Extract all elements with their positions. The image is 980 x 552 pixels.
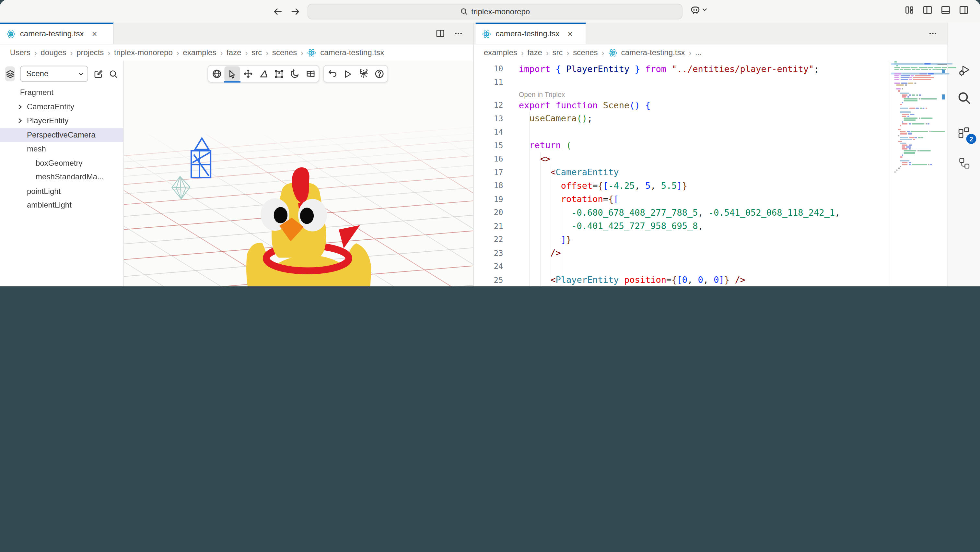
breadcrumb-item[interactable]: faze [527,48,542,57]
code-line[interactable]: 12export function Scene() { [474,98,889,112]
forward-button[interactable] [288,4,302,19]
breadcrumb-item[interactable]: scenes [272,48,297,57]
undo-tool-button[interactable] [325,66,340,81]
search-scene-button[interactable] [108,66,118,81]
tab-camera-testing-left[interactable]: camera-testing.tsx × [0,22,114,44]
minimap-row [892,156,940,157]
breadcrumb-item[interactable]: projects [76,48,104,57]
panel-bottom-icon[interactable] [940,5,950,15]
code-line[interactable]: 18 offset={[-4.25, 5, 5.5]} [474,179,889,192]
breadcrumb-item[interactable]: scenes [573,48,598,57]
editor-tabbar: camera-testing.tsx × [474,22,948,44]
moon-tool-button[interactable] [287,66,302,81]
hierarchy-icon [957,156,971,170]
layers-button[interactable] [5,66,15,81]
breadcrumb-item[interactable]: triplex-monorepo [114,48,173,57]
code-line[interactable]: 22 ]} [474,233,889,246]
grid-icon [305,69,315,79]
tree-item-pointlight[interactable]: pointLight [0,184,123,198]
scene-header: Scene [0,61,123,85]
minimize-window-button[interactable] [19,7,27,15]
edit-scene-button[interactable] [93,66,103,81]
code-line-content: offset={[-4.25, 5, 5.5]} [519,181,687,191]
scene-select[interactable]: Scene [20,65,88,82]
code-line[interactable]: 19 rotation={[ [474,192,889,206]
code-line[interactable]: 13 useCamera(); [474,112,889,125]
breadcrumb-file[interactable]: camera-testing.tsx [320,48,384,57]
tree-item-cameraentity[interactable]: CameraEntity [0,100,123,114]
close-window-button[interactable] [6,7,14,15]
help-tool-button[interactable] [371,66,387,81]
sidebar-right-icon[interactable] [959,5,969,15]
code-line[interactable]: 25 <PlayerEntity position={[0, 0, 0]} /> [474,273,889,286]
breadcrumb[interactable]: examples›faze›src›scenes›camera-testing.… [474,45,948,61]
settings-tool-button[interactable] [355,66,371,81]
codelens-open-in-triplex[interactable]: Open in Triplex [474,89,889,98]
minimap-row [892,108,940,109]
breadcrumb-item[interactable]: src [552,48,563,57]
split-editor-left-icon[interactable] [923,5,933,15]
tree-item-perspectivecamera[interactable]: PerspectiveCamera [0,128,123,142]
cursor-tool-button[interactable] [224,66,240,81]
chevron-right-icon[interactable] [17,104,23,110]
tab-camera-testing-right[interactable]: camera-testing.tsx × [476,22,586,44]
3d-viewport[interactable]: Y X Z [124,61,473,286]
globe-tool-button[interactable] [209,66,224,81]
minimap[interactable] [889,61,947,286]
overview-ruler-mark [942,94,945,99]
search-view-button[interactable] [948,85,980,110]
code-line[interactable]: 23 /> [474,246,889,260]
code-line[interactable]: 15 return ( [474,139,889,152]
play-tool-button[interactable] [340,66,355,81]
search-icon [108,69,118,78]
scene-canvas[interactable]: Y X Z [124,61,473,286]
code-line[interactable]: 11 [474,75,889,89]
code-line[interactable]: 21 -0.401_425_727_958_695_8, [474,219,889,233]
breadcrumb-item[interactable]: examples [484,48,517,57]
hierarchy-view-button[interactable] [948,151,980,176]
code-line[interactable]: 14 [474,125,889,139]
rotate-tool-button[interactable] [256,66,271,81]
tree-item-ambientlight[interactable]: ambientLight [0,198,123,212]
search-input[interactable]: triplex-monorepo [307,4,682,19]
zoom-window-button[interactable] [31,7,39,15]
line-number: 10 [474,64,503,73]
minimap-row [892,69,940,70]
tree-item-boxgeometry[interactable]: boxGeometry [0,156,123,170]
breadcrumb-item[interactable]: douges [40,48,66,57]
breadcrumb-item[interactable]: src [251,48,262,57]
extensions-button[interactable]: 2 [948,120,980,145]
customize-layout-icon[interactable] [905,5,915,15]
move-tool-button[interactable] [240,66,256,81]
run-and-debug-button[interactable] [948,57,980,82]
code-line[interactable]: 24 [474,260,889,273]
code-line[interactable]: 10import { PlayerEntity } from "../entit… [474,62,889,75]
code-line[interactable]: 16 <> [474,152,889,165]
back-button[interactable] [270,4,285,19]
tree-item-fragment[interactable]: Fragment [0,86,123,100]
breadcrumb[interactable]: Users›douges›projects›triplex-monorepo›e… [0,45,473,61]
breadcrumb-symbol[interactable]: ... [695,48,702,57]
code-line[interactable]: 17 <CameraEntity [474,165,889,179]
react-icon [307,48,317,57]
split-editor-icon[interactable] [436,29,445,38]
chevron-right-icon[interactable] [17,118,23,124]
grid-tool-button[interactable] [302,66,318,81]
breadcrumb-separator-icon: › [108,48,110,57]
tree-item-playerentity[interactable]: PlayerEntity [0,114,123,128]
breadcrumb-item[interactable]: Users [10,48,30,57]
more-actions-icon[interactable] [454,29,463,38]
code-area[interactable]: 10import { PlayerEntity } from "../entit… [474,61,889,286]
code-line[interactable]: 20 -0.680_678_408_277_788_5, -0.541_052_… [474,206,889,219]
close-tab-icon[interactable]: × [568,29,573,39]
breadcrumb-file[interactable]: camera-testing.tsx [621,48,685,57]
breadcrumb-item[interactable]: faze [226,48,242,57]
tree-item-meshstandardma[interactable]: meshStandardMa... [0,170,123,184]
close-tab-icon[interactable]: × [92,29,97,39]
more-actions-icon[interactable] [928,29,937,38]
scale-tool-button[interactable] [271,66,287,81]
forward-icon [290,6,301,16]
copilot-menu-button[interactable] [690,4,708,15]
tree-item-mesh[interactable]: mesh [0,142,123,156]
breadcrumb-item[interactable]: examples [183,48,216,57]
